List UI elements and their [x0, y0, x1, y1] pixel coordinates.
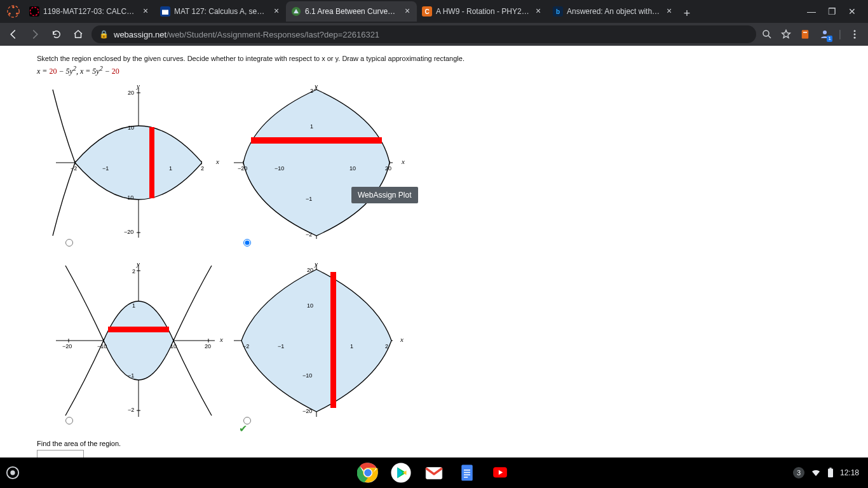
url-host: webassign.net [114, 30, 166, 39]
wifi-icon [811, 468, 821, 478]
svg-point-11 [823, 30, 827, 34]
svg-rect-81 [829, 468, 831, 469]
svg-point-4 [31, 8, 39, 16]
plot-a-svg [37, 80, 202, 239]
sakai-icon [160, 6, 170, 17]
svg-rect-77 [464, 475, 470, 476]
close-window-button[interactable]: ✕ [846, 6, 858, 17]
extension-icon[interactable] [799, 29, 811, 40]
search-in-page-icon[interactable] [761, 29, 773, 40]
clock: 12:18 [840, 468, 859, 477]
plot-choice-a: y x 20 10 −10 −20 −2 −1 1 2 [37, 80, 215, 252]
svg-point-68 [10, 470, 15, 475]
url-path: /web/Student/Assignment-Responses/last?d… [166, 30, 379, 39]
tab-strip: 1198-MAT127-03: CALCULUS A × MAT 127: Ca… [0, 0, 868, 23]
close-icon[interactable]: × [272, 7, 281, 16]
svg-rect-9 [802, 30, 809, 39]
address-bar[interactable]: 🔒 webassign.net/web/Student/Assignment-R… [92, 25, 756, 43]
shelf-apps [357, 462, 511, 484]
forward-button[interactable] [27, 26, 43, 43]
svg-point-8 [763, 30, 769, 36]
plot-choice-b: y x 2 1 −1 −2 −20 −10 10 20 WebAssign Pl… [215, 80, 393, 252]
launcher-button[interactable] [0, 466, 25, 480]
svg-point-14 [854, 37, 856, 39]
maximize-button[interactable]: ❐ [826, 6, 837, 17]
tab-3-title: A HW9 - Rotation - PHY201-G, S [436, 7, 530, 16]
close-icon[interactable]: × [534, 7, 543, 16]
profile-icon[interactable]: 1 [818, 28, 831, 41]
home-button[interactable] [70, 26, 86, 43]
page-content: Sketch the region enclosed by the given … [0, 46, 868, 458]
lock-icon: 🔒 [99, 30, 109, 39]
svg-rect-10 [803, 32, 807, 33]
question-instruction: Sketch the region enclosed by the given … [37, 55, 831, 62]
tab-2-title: 6.1 Area Between Curves - MAT [305, 7, 399, 16]
svg-rect-75 [464, 470, 470, 471]
svg-rect-80 [828, 469, 833, 478]
chrome-app-icon[interactable] [357, 462, 379, 484]
gmail-icon[interactable] [423, 462, 445, 484]
rutgers-icon [29, 6, 39, 17]
docs-icon[interactable] [456, 462, 478, 484]
youtube-icon[interactable] [489, 462, 511, 484]
bookmark-star-icon[interactable] [780, 29, 792, 40]
tab-0-title: 1198-MAT127-03: CALCULUS A [43, 7, 137, 16]
tab-4-title: Answered: An object with a ma [567, 7, 661, 16]
close-icon[interactable]: × [403, 7, 412, 16]
webassign-plot-tooltip: WebAssign Plot [351, 187, 418, 203]
find-area-section: Find the area of the region. [37, 440, 831, 458]
battery-icon [827, 468, 834, 478]
svg-rect-78 [464, 477, 468, 478]
question-equations: x = 20 − 5y2, x = 5y2 − 20 [37, 65, 831, 76]
chegg-icon: C [422, 6, 432, 17]
svg-point-1 [12, 6, 14, 8]
close-icon[interactable]: × [665, 7, 674, 16]
window-controls: — ❐ ✕ [806, 6, 864, 17]
svg-point-3 [16, 13, 18, 15]
correct-checkmark-icon: ✔ [239, 423, 247, 435]
play-store-icon[interactable] [390, 462, 412, 484]
bartleby-icon: b [553, 6, 563, 17]
tab-2[interactable]: 6.1 Area Between Curves - MAT × [286, 1, 417, 22]
radio-plot-c[interactable] [65, 417, 73, 424]
svg-point-2 [9, 13, 11, 15]
new-tab-button[interactable]: + [679, 5, 695, 22]
status-tray[interactable]: 3 12:18 [793, 467, 868, 478]
svg-rect-6 [162, 8, 168, 10]
plot-d-svg [215, 258, 393, 417]
area-answer-input[interactable] [37, 450, 84, 458]
webassign-icon [291, 6, 301, 17]
plot-grid: y x 20 10 −10 −20 −2 −1 1 2 [37, 80, 831, 430]
svg-point-13 [854, 34, 856, 36]
radio-plot-b[interactable] [243, 239, 251, 247]
tab-0[interactable]: 1198-MAT127-03: CALCULUS A × [24, 1, 155, 22]
tab-4[interactable]: b Answered: An object with a ma × [548, 1, 679, 22]
notification-count[interactable]: 3 [793, 467, 804, 478]
os-ubuntu-icon [6, 4, 20, 18]
chromeos-shelf: 3 12:18 [0, 458, 868, 488]
svg-rect-55 [108, 327, 169, 332]
tab-3[interactable]: C A HW9 - Rotation - PHY201-G, S × [417, 1, 548, 22]
svg-rect-66 [330, 272, 336, 408]
tab-1[interactable]: MAT 127: Calculus A, sections × [155, 1, 286, 22]
toolbar-right: 1 | [761, 28, 863, 41]
svg-rect-76 [464, 472, 470, 473]
back-button[interactable] [5, 26, 22, 43]
close-icon[interactable]: × [141, 7, 150, 16]
plot-b-svg [215, 80, 393, 239]
svg-rect-29 [149, 127, 154, 198]
tab-1-title: MAT 127: Calculus A, sections [174, 7, 268, 16]
svg-rect-44 [251, 137, 382, 144]
browser-toolbar: 🔒 webassign.net/web/Student/Assignment-R… [0, 23, 868, 46]
plot-choice-c: y x 2 1 −1 −2 −20 −10 10 20 [37, 258, 215, 430]
menu-button[interactable] [849, 29, 860, 40]
reload-button[interactable] [48, 26, 65, 43]
plot-c-svg [37, 258, 215, 417]
radio-plot-a[interactable] [65, 239, 73, 247]
plot-choice-d: y x 20 10 −10 −20 −2 −1 1 2 ✔ [215, 258, 393, 430]
minimize-button[interactable]: — [806, 6, 817, 17]
svg-point-12 [854, 30, 856, 32]
find-area-label: Find the area of the region. [37, 440, 831, 447]
tabs-container: 1198-MAT127-03: CALCULUS A × MAT 127: Ca… [24, 1, 806, 22]
